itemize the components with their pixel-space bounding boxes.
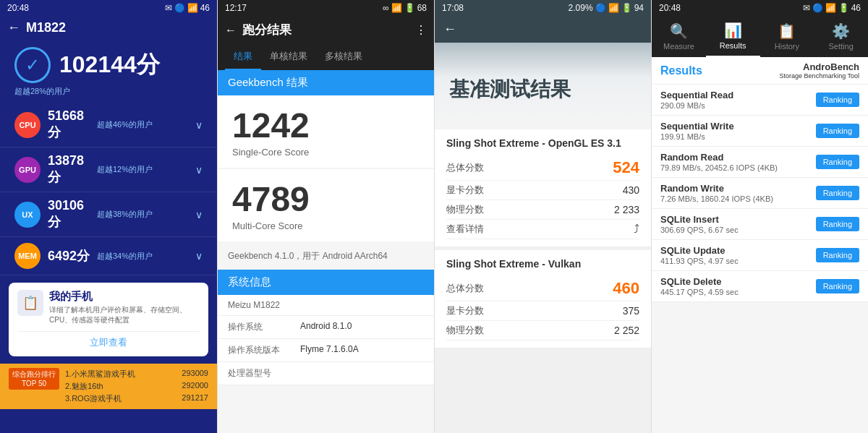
list-item: 3.ROG游戏手机291217 — [65, 393, 208, 405]
checkmark-icon: ✓ — [14, 47, 51, 83]
battery-4: 46 — [851, 3, 861, 13]
panel-antutu: 20:48 ✉ 🔵 📶 46 ← M1822 ✓ 102144分 超越28%的用… — [0, 0, 217, 433]
statusbar-3: 17:08 2.09% 🔵 📶 🔋 94 — [435, 0, 651, 16]
results-header: Results AndroBench Storage Benchmarking … — [652, 57, 868, 85]
brand-name: AndroBench — [780, 61, 859, 72]
tab-single[interactable]: 单核结果 — [261, 44, 316, 70]
geekbench-tabs: 结果 单核结果 多核结果 — [218, 44, 434, 70]
seq-write-ranking-button[interactable]: Ranking — [816, 124, 859, 138]
toolbar-1: ← M1822 — [0, 16, 217, 40]
sqlite-delete-row: SQLite Delete 445.17 QPS, 4.59 sec Ranki… — [652, 271, 868, 302]
time-2: 12:17 — [225, 3, 247, 13]
time-3: 17:08 — [442, 3, 464, 13]
myphone-header: 📋 我的手机 详细了解本机用户评价和屏幕、存储空间、CPU、传感器等硬件配置 — [17, 290, 200, 325]
gpu-score-row[interactable]: GPU 13878分 超越12%的用户 ∨ — [0, 147, 217, 192]
back-icon-2[interactable]: ← — [225, 24, 237, 37]
test1-details-row[interactable]: 查看详情 ⤴ — [446, 220, 639, 239]
sysinfo-table: Meizu M1822 操作系统 Android 8.1.0 操作系统版本 Fl… — [218, 295, 434, 385]
back-icon-3[interactable]: ← — [443, 22, 456, 37]
cpu-chevron-icon: ∨ — [195, 119, 203, 131]
statusbar-4: 20:48 ✉ 🔵 📶 🔋 46 — [652, 0, 868, 16]
single-score-number: 1242 — [232, 106, 420, 145]
list-item: 2.魅族16th292000 — [65, 380, 208, 393]
test2-physics-row: 物理分数 2 252 — [446, 321, 639, 340]
battery-3: 94 — [634, 3, 644, 13]
sqlite-insert-row: SQLite Insert 306.69 QPS, 6.67 sec Ranki… — [652, 209, 868, 240]
mem-badge: MEM — [14, 243, 41, 269]
view-now-button[interactable]: 立即查看 — [17, 331, 200, 349]
ranking-section: 综合跑分排行 TOP 50 1.小米黑鲨游戏手机293009 2.魅族16th2… — [0, 364, 217, 409]
test1-section: Sling Shot Extreme - OpenGL ES 3.1 总体分数 … — [435, 129, 651, 247]
main-score-subtitle: 超越28%的用户 — [0, 86, 217, 97]
rand-write-row: Random Write 7.26 MB/s, 1860.24 IOPS (4K… — [652, 178, 868, 209]
androbench-tabs: 🔍 Measure 📊 Results 📋 History ⚙️ Setting — [652, 16, 868, 57]
myphone-desc: 详细了解本机用户评价和屏幕、存储空间、CPU、传感器等硬件配置 — [49, 305, 200, 325]
gpu-score-value: 13878分 — [48, 153, 97, 186]
myphone-title: 我的手机 — [49, 290, 200, 304]
seq-read-row: Sequential Read 290.09 MB/s Ranking — [652, 85, 868, 116]
more-icon-2[interactable]: ⋮ — [415, 23, 427, 37]
single-score-block: 1242 Single-Core Score — [218, 95, 434, 168]
setting-icon: ⚙️ — [832, 22, 850, 40]
history-icon: 📋 — [778, 22, 796, 40]
list-item: 操作系统 Android 8.1.0 — [218, 316, 434, 339]
seq-write-row: Sequential Write 199.91 MB/s Ranking — [652, 116, 868, 147]
sqlite-update-ranking-button[interactable]: Ranking — [816, 248, 859, 262]
test2-name: Sling Shot Extreme - Vulkan — [446, 257, 639, 270]
time-4: 20:48 — [659, 3, 681, 13]
test1-name: Sling Shot Extreme - OpenGL ES 3.1 — [446, 137, 639, 150]
mem-score-row[interactable]: MEM 6492分 超越34%的用户 ∨ — [0, 237, 217, 275]
toolbar-2: ← 跑分结果 ⋮ — [218, 16, 434, 44]
share-icon[interactable]: ⤴ — [634, 223, 639, 236]
gpu-badge: GPU — [14, 157, 41, 183]
tab-history[interactable]: 📋 History — [760, 16, 814, 57]
phone-icon: 📋 — [17, 290, 43, 316]
battery-2: 68 — [417, 3, 427, 13]
single-score-label: Single-Core Score — [232, 147, 420, 158]
geekbench-title: 跑分结果 — [242, 22, 292, 38]
panel-geekbench: 12:17 ∞ 📶 🔋 68 ← 跑分结果 ⋮ 结果 单核结果 多核结果 Gee… — [217, 0, 434, 433]
sqlite-delete-ranking-button[interactable]: Ranking — [816, 279, 859, 293]
test1-physics-row: 物理分数 2 233 — [446, 200, 639, 220]
gpu-chevron-icon: ∨ — [195, 164, 203, 176]
test1-gpu-row: 显卡分数 430 — [446, 181, 639, 200]
device-title-1: M1822 — [26, 20, 66, 35]
statusbar-1: 20:48 ✉ 🔵 📶 46 — [0, 0, 217, 16]
back-icon-1[interactable]: ← — [7, 20, 20, 35]
myphone-info: 我的手机 详细了解本机用户评价和屏幕、存储空间、CPU、传感器等硬件配置 — [49, 290, 200, 325]
rand-read-row: Random Read 79.89 MB/s, 20452.6 IOPS (4K… — [652, 147, 868, 178]
list-item: 操作系统版本 Flyme 7.1.6.0A — [218, 339, 434, 362]
geekbench-section-header: Geekbench 结果 — [218, 70, 434, 95]
test-background: 基准测试结果 — [435, 43, 651, 129]
tab-results[interactable]: 📊 Results — [706, 16, 760, 57]
sysinfo-header: 系统信息 — [218, 270, 434, 295]
main-score-section: ✓ 102144分 — [0, 40, 217, 86]
androbench-brand: AndroBench Storage Benchmarking Tool — [780, 61, 859, 80]
time-1: 20:48 — [7, 3, 29, 13]
multi-score-number: 4789 — [232, 179, 420, 219]
cpu-score-value: 51668分 — [48, 108, 97, 141]
cpu-score-pct: 超越46%的用户 — [97, 119, 195, 130]
geekbench-info: Geekbench 4.1.0，用于 Android AArch64 — [218, 243, 434, 270]
rand-write-ranking-button[interactable]: Ranking — [816, 186, 859, 200]
gpu-score-pct: 超越12%的用户 — [97, 164, 195, 175]
cpu-score-row[interactable]: CPU 51668分 超越46%的用户 ∨ — [0, 103, 217, 147]
ux-chevron-icon: ∨ — [195, 209, 203, 220]
tab-multi[interactable]: 多核结果 — [316, 44, 371, 70]
myphone-card: 📋 我的手机 详细了解本机用户评价和屏幕、存储空间、CPU、传感器等硬件配置 立… — [9, 283, 208, 356]
ux-score-row[interactable]: UX 30106分 超越38%的用户 ∨ — [0, 192, 217, 237]
ux-score-pct: 超越38%的用户 — [97, 209, 195, 220]
tab-results[interactable]: 结果 — [225, 44, 261, 70]
test1-total-row: 总体分数 524 — [446, 155, 639, 181]
panel-3dmark: 17:08 2.09% 🔵 📶 🔋 94 ← 基准测试结果 Sling Shot… — [434, 0, 651, 433]
cpu-badge: CPU — [14, 112, 41, 138]
toolbar-3: ← — [435, 16, 651, 43]
sqlite-insert-ranking-button[interactable]: Ranking — [816, 217, 859, 231]
rand-read-ranking-button[interactable]: Ranking — [816, 155, 859, 169]
multi-score-label: Multi-Core Score — [232, 220, 420, 231]
multi-score-block: 4789 Multi-Core Score — [218, 169, 434, 241]
tab-setting[interactable]: ⚙️ Setting — [814, 16, 868, 57]
mem-score-pct: 超越34%的用户 — [97, 251, 195, 262]
tab-measure[interactable]: 🔍 Measure — [652, 16, 706, 57]
seq-read-ranking-button[interactable]: Ranking — [816, 93, 859, 107]
